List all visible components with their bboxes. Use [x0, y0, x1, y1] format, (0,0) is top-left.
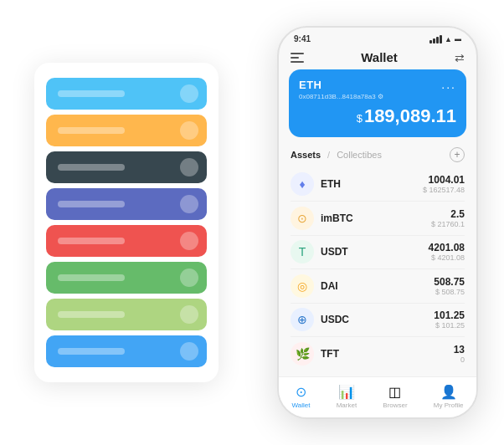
card-row: [46, 262, 207, 294]
nav-label: Market: [337, 402, 357, 409]
asset-usd: $ 162517.48: [423, 186, 465, 194]
bottom-nav: ⊙Wallet📊Market◫Browser👤My Profile: [279, 376, 476, 417]
asset-amounts: 130: [454, 344, 465, 364]
dai-icon: ◎: [291, 274, 314, 298]
battery-icon: ▬: [455, 35, 461, 43]
nav-market-icon: 📊: [338, 384, 355, 400]
wallet-address: 0x08711d3B...8418a78a3 ⚙: [299, 93, 456, 100]
asset-usd: $ 101.25: [434, 321, 465, 330]
status-bar: 9:41 ▲ ▬: [279, 28, 476, 47]
asset-list: ♦ETH1004.01$ 162517.48⊙imBTC2.5$ 21760.1…: [279, 167, 476, 376]
tft-icon: 🌿: [291, 342, 314, 366]
asset-item-usdc[interactable]: ⊕USDC101.25$ 101.25: [279, 303, 476, 336]
card-row: [46, 151, 207, 183]
usdc-icon: ⊕: [291, 308, 314, 331]
asset-amount: 2.5: [431, 208, 465, 220]
nav-my-profile-icon: 👤: [440, 384, 457, 400]
eth-icon: ♦: [291, 172, 314, 196]
asset-name: USDT: [321, 246, 422, 258]
expand-icon[interactable]: ⇄: [455, 51, 465, 64]
status-icons: ▲ ▬: [429, 35, 461, 43]
wallet-balance: $189,089.11: [299, 105, 456, 127]
nav-label: Browser: [383, 402, 407, 409]
nav-item-wallet[interactable]: ⊙Wallet: [292, 384, 311, 409]
asset-amounts: 2.5$ 21760.1: [431, 208, 465, 228]
nav-item-my-profile[interactable]: 👤My Profile: [434, 384, 464, 409]
asset-item-dai[interactable]: ◎DAI508.75$ 508.75: [279, 269, 476, 303]
nav-wallet-icon: ⊙: [296, 384, 306, 400]
asset-item-tft[interactable]: 🌿TFT130: [279, 337, 476, 371]
dots-menu[interactable]: ...: [441, 78, 456, 91]
asset-amount: 508.75: [434, 276, 465, 288]
asset-item-usdt[interactable]: TUSDT4201.08$ 4201.08: [279, 235, 476, 269]
balance-currency: $: [357, 112, 363, 125]
tab-divider: /: [327, 150, 330, 160]
asset-usd: $ 21760.1: [431, 220, 465, 228]
assets-tabs: Assets / Collectibes: [291, 150, 382, 160]
asset-usd: 0: [454, 355, 465, 364]
asset-amount: 4201.08: [429, 242, 465, 253]
asset-usd: $ 4201.08: [429, 253, 465, 262]
card-row: [46, 78, 207, 110]
asset-name: DAI: [321, 280, 427, 292]
asset-name: imBTC: [321, 212, 424, 224]
asset-item-imbtc[interactable]: ⊙imBTC2.5$ 21760.1: [279, 202, 476, 235]
asset-amount: 1004.01: [423, 174, 465, 186]
add-asset-button[interactable]: +: [450, 147, 465, 162]
card-row: [46, 335, 207, 367]
nav-item-browser[interactable]: ◫Browser: [383, 384, 407, 409]
wifi-icon: ▲: [445, 35, 452, 43]
asset-amount: 101.25: [434, 309, 465, 321]
tab-collectibles[interactable]: Collectibes: [337, 150, 382, 160]
card-row: [46, 299, 207, 330]
asset-item-eth[interactable]: ♦ETH1004.01$ 162517.48: [279, 167, 476, 201]
nav-browser-icon: ◫: [388, 384, 401, 400]
phone-frame: 9:41 ▲ ▬ Wallet ⇄: [277, 26, 478, 419]
asset-amounts: 101.25$ 101.25: [434, 309, 465, 330]
asset-name: ETH: [321, 178, 416, 190]
wallet-card-label: ETH: [299, 79, 322, 91]
wallet-card: ETH ... 0x08711d3B...8418a78a3 ⚙ $189,08…: [289, 69, 466, 137]
page-title: Wallet: [361, 50, 398, 64]
usdt-icon: T: [291, 240, 314, 263]
balance-amount: 189,089.11: [364, 105, 456, 126]
phone-header: Wallet ⇄: [279, 47, 476, 69]
card-row: [46, 225, 207, 257]
asset-amounts: 4201.08$ 4201.08: [429, 242, 465, 262]
hamburger-button[interactable]: [291, 53, 304, 63]
card-stack: [34, 63, 219, 382]
nav-label: My Profile: [434, 402, 464, 409]
asset-amounts: 508.75$ 508.75: [434, 276, 465, 296]
tab-assets[interactable]: Assets: [291, 150, 321, 160]
status-time: 9:41: [294, 34, 311, 43]
imbtc-icon: ⊙: [291, 207, 314, 230]
nav-item-market[interactable]: 📊Market: [337, 384, 357, 409]
scene: 9:41 ▲ ▬ Wallet ⇄: [18, 18, 486, 427]
asset-usd: $ 508.75: [434, 288, 465, 296]
signal-icon: [429, 35, 442, 43]
asset-amount: 13: [454, 344, 465, 355]
nav-label: Wallet: [292, 402, 311, 409]
assets-header: Assets / Collectibes +: [279, 144, 476, 167]
card-row: [46, 188, 207, 220]
asset-name: USDC: [321, 314, 427, 325]
card-row: [46, 115, 207, 146]
asset-name: TFT: [321, 348, 447, 360]
asset-amounts: 1004.01$ 162517.48: [423, 174, 465, 194]
